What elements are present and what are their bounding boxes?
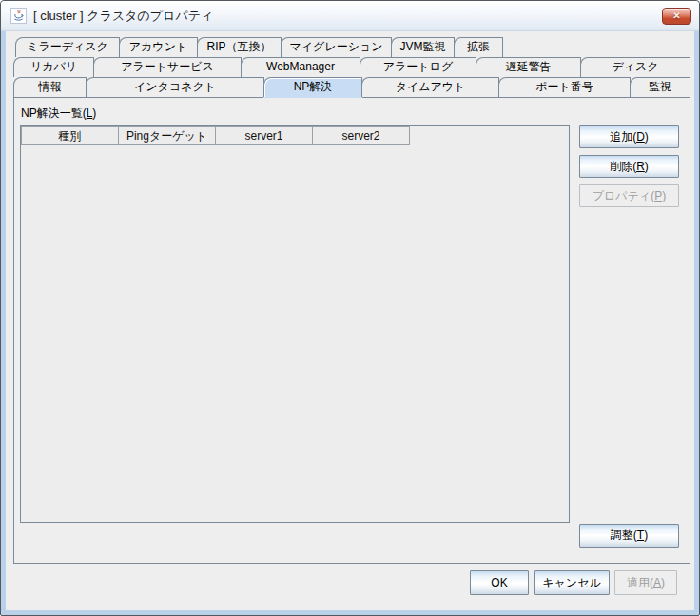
close-button[interactable]: ✕ [662, 8, 691, 25]
tab-alert-service[interactable]: アラートサービス [93, 57, 242, 77]
cancel-button[interactable]: キャンセル [534, 570, 610, 595]
tab-interconnect[interactable]: インタコネクト [86, 77, 264, 97]
add-button[interactable]: 追加(D) [579, 125, 679, 148]
tab-delay-warning[interactable]: 遅延警告 [476, 57, 581, 77]
np-list-label: NP解決一覧(L) [21, 106, 684, 122]
tab-account[interactable]: アカウント [119, 37, 198, 57]
side-button-column: 追加(D) 削除(R) プロパティ(P) 調整(T) [579, 125, 679, 563]
tab-row-2: リカバリ アラートサービス WebManager アラートログ 遅延警告 ディス… [13, 57, 690, 77]
column-header-server1[interactable]: server1 [215, 126, 313, 145]
tab-rip-compat[interactable]: RIP（互換） [197, 37, 282, 57]
tab-alert-log[interactable]: アラートログ [360, 57, 476, 77]
column-header-type[interactable]: 種別 [21, 126, 119, 145]
dialog-content: ミラーディスク アカウント RIP（互換） マイグレーション JVM監視 拡張 … [6, 31, 694, 610]
tab-disk[interactable]: ディスク [580, 57, 690, 77]
column-header-server2[interactable]: server2 [312, 126, 410, 145]
footer-button-bar: OK キャンセル 適用(A) [13, 564, 690, 610]
close-icon: ✕ [672, 10, 680, 21]
tab-row-3: 情報 インタコネクト NP解決 タイムアウト ポート番号 監視 [13, 77, 690, 97]
tab-recovery[interactable]: リカバリ [13, 57, 94, 77]
tab-port-number[interactable]: ポート番号 [498, 77, 631, 97]
java-cup-icon [10, 8, 27, 24]
window-title: [ cluster ] クラスタのプロパティ [33, 8, 662, 25]
tab-extension[interactable]: 拡張 [454, 37, 503, 57]
column-header-ping-target[interactable]: Pingターゲット [118, 126, 216, 145]
tab-info[interactable]: 情報 [13, 77, 87, 97]
np-main-area: 種別 Pingターゲット server1 server2 追加(D) 削除(R) [20, 125, 684, 563]
tab-np-resolution[interactable]: NP解決 [263, 77, 362, 97]
properties-tab-pane: ミラーディスク アカウント RIP（互換） マイグレーション JVM監視 拡張 … [13, 37, 690, 564]
np-table-header: 種別 Pingターゲット server1 server2 [21, 126, 569, 145]
tab-mirror-disk[interactable]: ミラーディスク [15, 37, 120, 57]
remove-button[interactable]: 削除(R) [579, 155, 679, 178]
np-table-body[interactable] [21, 145, 569, 522]
tab-jvm-monitor[interactable]: JVM監視 [391, 37, 455, 57]
tab-webmanager[interactable]: WebManager [241, 57, 360, 77]
np-table-scrollpane: 種別 Pingターゲット server1 server2 [20, 125, 570, 523]
properties-button: プロパティ(P) [579, 184, 679, 207]
tab-migration[interactable]: マイグレーション [281, 37, 392, 57]
titlebar: [ cluster ] クラスタのプロパティ ✕ [1, 1, 699, 31]
tune-button[interactable]: 調整(T) [579, 524, 679, 548]
np-resolution-panel: NP解決一覧(L) 種別 Pingターゲット server1 server2 [13, 97, 690, 564]
tab-timeout[interactable]: タイムアウト [361, 77, 499, 97]
apply-button: 適用(A) [614, 570, 677, 595]
tab-row-1: ミラーディスク アカウント RIP（互換） マイグレーション JVM監視 拡張 [13, 37, 690, 57]
ok-button[interactable]: OK [470, 570, 529, 595]
side-column-spacer [579, 207, 679, 524]
cluster-properties-dialog: [ cluster ] クラスタのプロパティ ✕ ミラーディスク アカウント R… [0, 0, 700, 616]
tab-monitor[interactable]: 監視 [630, 77, 690, 97]
